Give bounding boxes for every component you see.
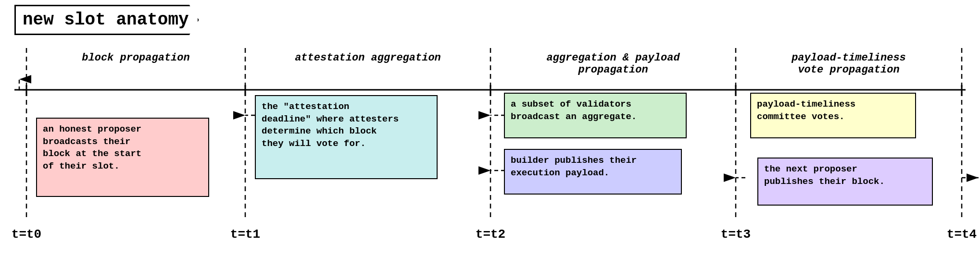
- time-label-t2: t=t2: [476, 227, 505, 242]
- box-builder: builder publishes their execution payloa…: [504, 149, 682, 195]
- box-ptc: payload-timeliness committee votes.: [750, 93, 916, 138]
- phase-label-3: payload-timeliness vote propagation: [736, 52, 962, 76]
- box-aggregate: a subset of validators broadcast an aggr…: [504, 93, 687, 138]
- box-proposer: an honest proposer broadcasts their bloc…: [36, 118, 209, 197]
- time-label-t4: t=t4: [947, 227, 977, 242]
- phase-label-1: attestation aggregation: [245, 52, 490, 64]
- box-next-proposer: the next proposer publishes their block.: [757, 158, 933, 206]
- diagram: new slot anatomy block propagation attes…: [0, 0, 980, 256]
- time-label-t1: t=t1: [230, 227, 260, 242]
- phase-label-0: block propagation: [26, 52, 245, 64]
- time-label-t0: t=t0: [12, 227, 41, 242]
- title: new slot anatomy: [14, 5, 199, 35]
- box-attestation: the "attestation deadline" where atteste…: [255, 95, 438, 179]
- time-label-t3: t=t3: [721, 227, 751, 242]
- phase-label-2: aggregation & payload propagation: [490, 52, 736, 76]
